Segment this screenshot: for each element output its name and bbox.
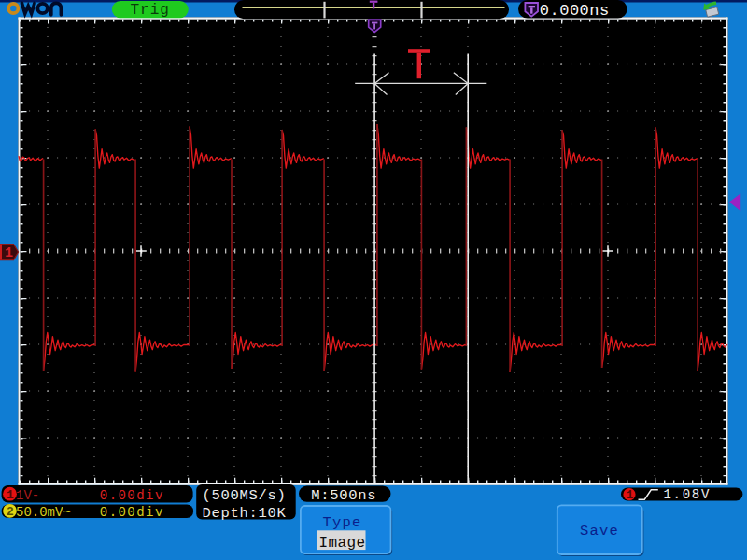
svg-text:1: 1 [7,488,14,502]
svg-text:Type: Type [323,514,362,531]
svg-text:1V-: 1V- [16,488,39,503]
svg-text:0.00div: 0.00div [100,505,164,520]
svg-text:2: 2 [7,505,14,519]
svg-text:1: 1 [5,245,13,261]
svg-text:M:500ns: M:500ns [311,487,376,504]
svg-text:Image: Image [319,535,366,552]
svg-text:1: 1 [627,489,633,502]
svg-text:Trig: Trig [131,2,170,19]
svg-text:Depth:10K: Depth:10K [203,505,287,522]
svg-text:(500MS/s): (500MS/s) [203,487,287,504]
svg-text:1.08V: 1.08V [664,487,712,502]
svg-text:0.000ns: 0.000ns [540,2,610,20]
svg-text:0.00div: 0.00div [100,488,164,503]
svg-text:Save: Save [580,523,619,539]
svg-text:50.0mV~: 50.0mV~ [16,505,71,520]
